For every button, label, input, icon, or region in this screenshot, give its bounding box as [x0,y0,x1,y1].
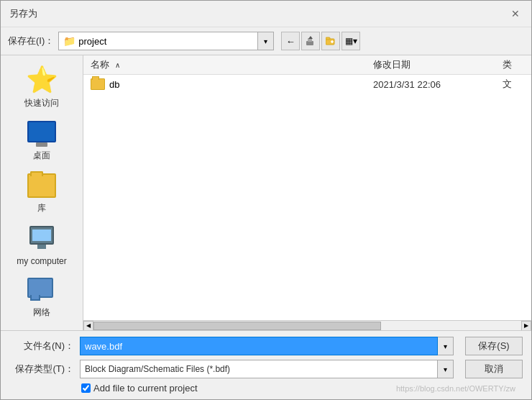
save-in-label: 保存在(I)： [8,35,54,47]
new-folder-button[interactable] [321,32,340,50]
desktop-icon [27,121,56,147]
location-input[interactable]: 📁 project [58,32,258,50]
toolbar: 保存在(I)： 📁 project ▾ ← [1,27,531,55]
location-dropdown-btn[interactable]: ▾ [258,32,274,50]
filename-input-group: ▾ [80,337,454,355]
checkbox-row: Add file to current project [9,383,198,394]
horizontal-scrollbar[interactable]: ◀ ▶ [83,320,531,330]
library-icon [27,173,56,199]
dialog-title: 另存为 [9,7,37,20]
save-dialog: 另存为 ✕ 保存在(I)： 📁 project ▾ ← [0,0,532,400]
star-icon: ⭐ [27,65,56,94]
file-name: db [109,79,373,90]
filename-input[interactable] [80,337,438,355]
back-button[interactable]: ← [281,32,300,50]
sidebar-item-quick-access[interactable]: ⭐ 快速访问 [9,61,74,114]
sidebar-item-network[interactable]: 网络 [9,273,74,323]
file-header: 名称 ∧ 修改日期 类 [83,55,531,75]
sidebar-item-label-computer: my computer [17,256,66,266]
col-date-header: 修改日期 [373,58,503,71]
folder-icon: 📁 [63,35,75,47]
save-button[interactable]: 保存(S) [465,337,523,355]
file-list: db 2021/3/31 22:06 文 [83,75,531,320]
scroll-track[interactable] [93,321,521,331]
filetype-label: 保存类型(T)： [9,363,74,376]
network-icon [27,278,56,304]
cancel-button[interactable]: 取消 [465,360,523,378]
col-type-header: 类 [503,58,524,71]
filetype-row: 保存类型(T)： Block Diagram/Schematic Files (… [9,360,523,378]
checkbox-area: Add file to current project https://blog… [9,383,523,394]
sidebar-item-desktop[interactable]: 桌面 [9,117,74,166]
add-to-project-checkbox[interactable] [81,383,91,393]
table-row[interactable]: db 2021/3/31 22:06 文 [83,75,531,94]
main-area: ⭐ 快速访问 桌面 库 my [1,55,531,330]
toolbar-buttons: ← ▦▾ [281,32,360,50]
location-combo: 📁 project ▾ [58,32,274,50]
filename-label: 文件名(N)： [9,340,74,353]
scroll-thumb[interactable] [93,322,381,330]
sidebar-item-computer[interactable]: my computer [9,222,74,271]
filename-row: 文件名(N)： ▾ 保存(S) [9,337,523,355]
watermark: https://blog.csdn.net/OWERTY/zw [396,384,515,393]
filetype-select[interactable]: Block Diagram/Schematic Files (*.bdf) [80,360,438,378]
svg-marker-2 [308,36,313,39]
file-date: 2021/3/31 22:06 [373,79,503,90]
col-name-header: 名称 ∧ [91,58,373,71]
close-button[interactable]: ✕ [508,6,523,21]
file-type: 文 [503,78,524,91]
scroll-right-arrow[interactable]: ▶ [521,321,531,331]
view-button[interactable]: ▦▾ [341,32,360,50]
sidebar: ⭐ 快速访问 桌面 库 my [1,55,83,330]
up-button[interactable] [301,32,320,50]
scroll-left-arrow[interactable]: ◀ [83,321,93,331]
sidebar-item-label-desktop: 桌面 [33,150,50,162]
svg-rect-4 [326,37,330,40]
location-text: project [78,36,253,47]
filename-dropdown-btn[interactable]: ▾ [438,337,454,355]
sidebar-item-library[interactable]: 库 [9,169,74,219]
filetype-input-group: Block Diagram/Schematic Files (*.bdf) ▾ [80,360,454,378]
computer-icon [26,226,58,253]
sidebar-item-label-network: 网络 [33,306,50,319]
bottom-form: 文件名(N)： ▾ 保存(S) 保存类型(T)： Block Diagram/S… [1,330,531,399]
title-bar: 另存为 ✕ [1,1,531,27]
file-area: 名称 ∧ 修改日期 类 db 2021/3/31 22:06 文 ◀ [83,55,531,330]
filetype-dropdown-btn[interactable]: ▾ [438,360,454,378]
add-to-project-label[interactable]: Add file to current project [93,383,198,394]
sort-arrow: ∧ [115,61,120,69]
folder-file-icon [91,78,105,90]
sidebar-item-label-library: 库 [37,202,46,214]
sidebar-item-label-quick-access: 快速访问 [24,97,59,109]
